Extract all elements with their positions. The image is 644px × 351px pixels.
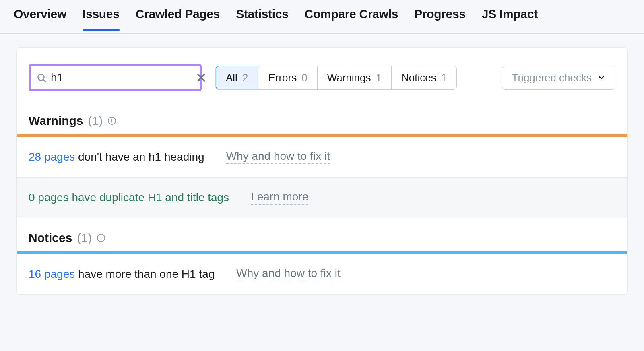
severity-filter: All 2 Errors 0 Warnings 1 Notices 1 — [215, 66, 457, 90]
issue-row: 0 pages have duplicate H1 and title tags… — [17, 178, 627, 218]
why-fix-link[interactable]: Why and how to fix it — [236, 267, 340, 281]
notices-header: Notices (1) — [17, 218, 627, 251]
issue-row: 28 pages don't have an h1 heading Why an… — [17, 137, 627, 178]
svg-point-6 — [111, 119, 112, 120]
top-tabs: Overview Issues Crawled Pages Statistics… — [0, 0, 644, 34]
notices-count: (1) — [77, 231, 92, 245]
notices-bar — [17, 251, 627, 254]
tab-progress[interactable]: Progress — [414, 7, 466, 31]
tab-js-impact[interactable]: JS Impact — [482, 7, 538, 31]
filter-errors-label: Errors — [268, 72, 297, 84]
notices-title: Notices — [29, 231, 72, 245]
filter-errors-count: 0 — [301, 72, 307, 84]
issue-page-link[interactable]: 16 pages — [29, 268, 75, 280]
issue-row: 16 pages have more than one H1 tag Why a… — [17, 254, 627, 295]
issue-full-text: 0 pages have duplicate H1 and title tags — [29, 191, 229, 204]
learn-more-link[interactable]: Learn more — [251, 190, 308, 205]
filter-warnings-count: 1 — [376, 72, 381, 84]
svg-point-9 — [101, 236, 101, 237]
tab-compare-crawls[interactable]: Compare Crawls — [305, 7, 398, 31]
issue-page-link[interactable]: 28 pages — [29, 151, 75, 163]
issues-toolbar: All 2 Errors 0 Warnings 1 Notices 1 Trig… — [17, 48, 627, 101]
issue-rest: don't have an h1 heading — [75, 151, 204, 163]
issue-text: 0 pages have duplicate H1 and title tags — [29, 191, 229, 204]
issues-panel: All 2 Errors 0 Warnings 1 Notices 1 Trig… — [16, 47, 628, 295]
tab-statistics[interactable]: Statistics — [236, 7, 288, 31]
filter-warnings-label: Warnings — [327, 72, 371, 84]
tab-crawled-pages[interactable]: Crawled Pages — [136, 7, 220, 31]
search-input[interactable] — [51, 71, 195, 84]
info-icon[interactable] — [97, 233, 105, 242]
why-fix-link[interactable]: Why and how to fix it — [226, 150, 330, 164]
dropdown-label: Triggered checks — [512, 72, 592, 84]
filter-errors[interactable]: Errors 0 — [258, 66, 317, 89]
issue-text: 16 pages have more than one H1 tag — [29, 268, 215, 281]
filter-all[interactable]: All 2 — [215, 66, 258, 90]
tab-overview[interactable]: Overview — [14, 7, 66, 31]
filter-warnings[interactable]: Warnings 1 — [317, 66, 391, 89]
filter-notices-label: Notices — [401, 72, 436, 84]
issue-rest: have more than one H1 tag — [75, 268, 215, 280]
filter-all-label: All — [226, 72, 237, 84]
warnings-count: (1) — [88, 114, 103, 128]
warnings-header: Warnings (1) — [17, 101, 627, 134]
search-icon — [36, 72, 47, 83]
filter-notices-count: 1 — [441, 72, 447, 84]
triggered-checks-dropdown[interactable]: Triggered checks — [502, 66, 615, 90]
filter-all-count: 2 — [242, 72, 248, 84]
info-icon[interactable] — [107, 116, 116, 125]
svg-line-1 — [43, 80, 45, 82]
chevron-down-icon — [597, 74, 605, 82]
clear-search-icon[interactable] — [195, 71, 208, 84]
search-box[interactable] — [29, 64, 202, 91]
warnings-title: Warnings — [29, 114, 83, 128]
warnings-bar — [17, 134, 627, 137]
filter-notices[interactable]: Notices 1 — [391, 66, 456, 89]
issue-text: 28 pages don't have an h1 heading — [29, 151, 204, 163]
tab-issues[interactable]: Issues — [83, 7, 120, 31]
